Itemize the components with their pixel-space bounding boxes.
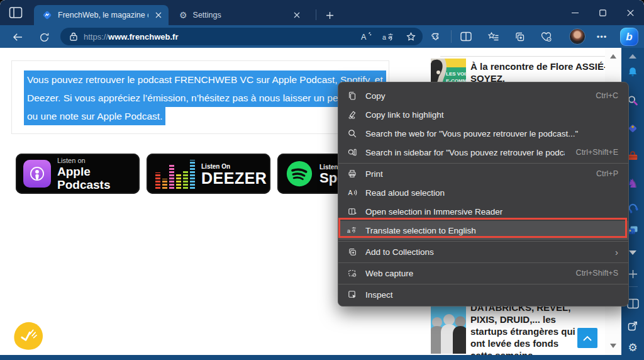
svg-text:A: A [348,189,353,196]
svg-text:a: a [347,228,350,234]
inspect-icon [347,290,357,300]
url-protocol: https:// [84,32,108,42]
title-bar: FrenchWeb, le magazine de l'éco ⚙ Settin… [0,0,644,25]
url-host: www.frenchweb.fr [108,32,178,42]
sidebar-scroll-up-icon[interactable] [629,54,636,59]
menu-item-search-web[interactable]: Search the web for "Vous pouvez retrouve… [338,124,628,143]
apple-podcasts-badge[interactable]: Listen on Apple Podcasts [16,154,140,194]
new-tab-icon[interactable] [322,8,337,23]
scrollbar-up-icon[interactable] [610,54,616,59]
extensions-icon[interactable] [428,29,443,44]
scrollbar-down-icon[interactable] [610,344,616,348]
selected-text[interactable]: Vous pouvez retrouver le podcast FRENCHW… [24,70,386,125]
badge-line2: Podcasts [57,178,110,191]
scroll-top-icon[interactable] [577,328,597,348]
menu-item-label: Open selection in Immersive Reader [365,207,502,217]
menu-item-shortcut: Ctrl+Shift+S [565,269,618,278]
copy-icon [347,91,357,101]
tab-close-icon[interactable] [291,9,303,21]
badge-line1: Apple [57,165,110,178]
close-icon[interactable] [617,3,643,22]
sidebar-settings-icon[interactable]: ⚙ [626,341,639,354]
add-collections-icon [347,247,357,257]
bing-letter: b [626,31,632,43]
bell-icon[interactable] [626,66,639,79]
menu-item-web-capture[interactable]: Web capture Ctrl+Shift+S [338,264,628,283]
open-external-icon[interactable] [626,320,639,332]
menu-item-print[interactable]: Print Ctrl+P [338,164,628,183]
menu-item-read-aloud[interactable]: A Read aloud selection [338,183,628,202]
menu-item-label: Web capture [365,269,413,278]
tab-close-icon[interactable] [153,9,164,21]
workspaces-icon[interactable] [9,6,23,19]
menu-item-add-to-collections[interactable]: Add to Collections › [338,242,628,261]
tab-title: Settings [193,11,287,20]
menu-item-inspect[interactable]: Inspect [338,285,628,304]
menu-item-label: Search in sidebar for "Vous pouvez retro… [365,148,565,157]
article-thumbnail[interactable] [431,301,466,354]
tab-settings[interactable]: ⚙ Settings [171,5,307,25]
back-icon[interactable] [10,30,25,45]
collections-icon[interactable] [512,29,527,44]
split-screen-icon[interactable] [458,29,474,44]
tab-divider [316,9,316,20]
menu-item-search-sidebar[interactable]: Search in sidebar for "Vous pouvez retro… [338,143,628,162]
translate-icon: a [347,225,357,235]
favorite-star-icon[interactable] [406,31,416,42]
search-sidebar-icon [347,147,357,157]
profile-avatar[interactable] [569,28,586,45]
address-bar[interactable]: https://www.frenchweb.fr A a [60,28,423,45]
menu-separator [338,241,628,242]
menu-item-label: Add to Collections [365,247,434,257]
svg-text:A: A [361,33,367,42]
toolbar-divider [451,30,452,43]
more-menu-icon[interactable]: ••• [594,29,610,44]
deezer-badge[interactable]: Listen On DEEZER [147,154,270,194]
menu-item-label: Search the web for "Vous pouvez retrouve… [365,129,578,138]
article-title[interactable]: À la rencontre de Flore ASSIÉ-SOYEZ. [470,60,608,84]
menu-item-immersive-reader[interactable]: Open selection in Immersive Reader [338,202,628,221]
menu-item-copy-link-to-highlight[interactable]: Copy link to highlight [338,105,628,124]
sidebar-divider [628,286,638,287]
context-menu: Copy Ctrl+C Copy link to highlight Searc… [338,82,629,307]
favorites-bar-icon[interactable] [486,29,501,44]
menu-item-label: Read aloud selection [365,188,445,198]
deezer-equalizer-icon [155,159,195,189]
print-icon [347,169,357,179]
submenu-chevron-icon: › [615,247,618,257]
selected-line: Deezer. Si vous appréciez l’émission, n’… [24,89,378,107]
read-aloud-icon: A [347,188,357,198]
article-title[interactable]: DATABRICKS, REVEL, PIXIS, DRUID,... les … [470,301,582,360]
menu-item-shortcut: Ctrl+C [584,91,618,100]
menu-separator [338,284,628,284]
copy-link-highlight-icon [347,110,357,120]
bing-icon[interactable]: b [620,28,638,46]
web-capture-icon [347,268,357,278]
badge-listen-on: Listen on [57,157,110,165]
translate-icon[interactable]: a [382,32,396,42]
menu-item-label: Copy [365,91,386,101]
lock-icon[interactable] [70,32,77,41]
apple-podcasts-icon [23,160,51,188]
menu-item-label: Inspect [365,290,393,300]
menu-item-copy[interactable]: Copy Ctrl+C [338,86,628,105]
frenchweb-favicon [42,10,52,20]
maximize-icon[interactable] [589,3,616,22]
expand-more-icon[interactable] [629,250,636,255]
svg-text:a: a [382,33,386,41]
menu-item-label: Copy link to highlight [365,110,444,120]
svg-text:LES VOIX: LES VOIX [446,71,466,77]
badge-name: DEEZER [201,171,267,186]
read-aloud-icon[interactable]: A [360,31,372,42]
menu-separator [338,163,628,164]
menu-item-translate-selection[interactable]: a Translate selection to English [338,221,628,240]
refresh-icon[interactable] [36,30,52,45]
right-column-divider [440,56,605,57]
settings-gear-icon: ⚙ [179,11,187,20]
menu-item-label: Translate selection to English [365,226,476,235]
selected-line: ou une note sur Apple Podcast. [24,107,165,125]
browser-essentials-icon[interactable] [538,29,553,44]
browser-window: FrenchWeb, le magazine de l'éco ⚙ Settin… [0,0,644,360]
minimize-icon[interactable] [562,3,588,22]
tab-frenchweb[interactable]: FrenchWeb, le magazine de l'éco [34,5,169,25]
